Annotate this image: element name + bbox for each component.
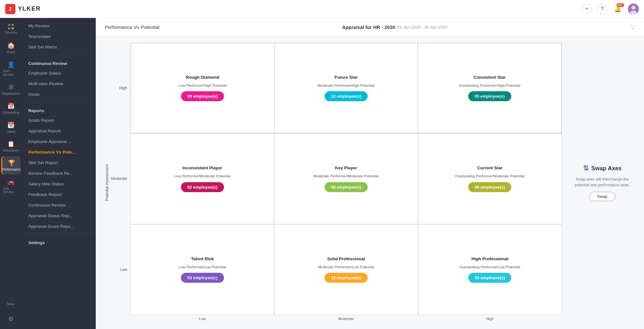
matrix-cell-talent-risk[interactable]: Talent Risk Low Performer/Low Potential … [130, 224, 274, 315]
nav-item-review-feedback[interactable]: Review Feedback Re... [22, 168, 95, 179]
nav-item-skill-set-report[interactable]: Skill Set Report [22, 157, 95, 168]
matrix-cell-future-star[interactable]: Future Star Moderate Performer/High Pote… [274, 43, 418, 133]
feedback-report-label: Feedback Report [28, 192, 62, 197]
salary-hike-status-label: Salary Hike Status [28, 182, 64, 186]
sidebar-item-home[interactable]: 🏠 Home [1, 38, 21, 57]
high-professional-badge[interactable]: 03 employee(s) [468, 273, 511, 283]
matrix-cell-key-player[interactable]: Key Player Moderate Performer/Moderate P… [274, 133, 418, 224]
swap-axes-icon: ⇅ [583, 164, 589, 173]
matrix-container: Potential Assessment High Rough Diamond … [102, 43, 562, 323]
sidebar-item-settings[interactable]: ⚙ [1, 312, 21, 326]
matrix-cell-current-star[interactable]: Current Star Outstanding Performer/Moder… [418, 133, 562, 224]
multi-rater-review-label: Multi-rater Review [28, 81, 63, 86]
cab-icon: 🚗 [7, 178, 14, 185]
content-date-range: 01-Jan-2020 - 30-Apr-2020 [397, 25, 448, 30]
nav-item-teammates[interactable]: Teammates [22, 31, 95, 42]
sidebar-item-organization[interactable]: ⊞ Organization [1, 80, 21, 99]
future-star-badge[interactable]: 12 employee(s) [325, 91, 368, 101]
key-player-subtitle: Moderate Performer/Moderate Potential [314, 173, 379, 179]
nav-top-section: My Review Teammates Skill Set Matrix [22, 21, 95, 52]
sidebar-item-self-service-label: Self-service [3, 69, 19, 76]
teammates-label: Teammates [28, 34, 51, 39]
content-area: Performance Vs Potential Appraisal for H… [96, 18, 644, 329]
future-star-subtitle: Moderate Performer/High Potential [318, 83, 375, 88]
nav-item-my-review[interactable]: My Review [22, 21, 95, 31]
matrix-rows: High Rough Diamond Low Performer/High Po… [112, 43, 562, 315]
current-star-title: Current Star [477, 165, 503, 170]
x-axis-labels: Low Moderate High [112, 315, 562, 323]
nav-item-employee-appraisal[interactable]: Employee Appraisal ... [22, 136, 95, 147]
high-professional-title: High Professional [471, 256, 508, 261]
notification-badge: 99+ [617, 3, 624, 7]
nav-item-goals[interactable]: Goals [22, 89, 95, 100]
nav-item-performance-vs-potential[interactable]: Performance Vs Pote... [22, 147, 95, 157]
person-icon: 👤 [7, 61, 14, 68]
organization-icon: ⊞ [9, 84, 13, 91]
rough-diamond-badge[interactable]: 09 employee(s) [181, 91, 224, 101]
current-star-subtitle: Outstanding Performer/Moderate Potential [455, 173, 524, 179]
more-icon: ··· [8, 296, 14, 301]
matrix-grid-high: Rough Diamond Low Performer/High Potenti… [130, 43, 562, 133]
sidebar-item-onboarding[interactable]: 📅 Onboarding [1, 99, 21, 118]
nav-item-feedback-report[interactable]: Feedback Report [22, 189, 95, 200]
sidebar-item-attendance[interactable]: 📋 Attendance [1, 137, 21, 156]
nav-item-appraisal-status-report[interactable]: Appraisal Status Rep... [22, 210, 95, 221]
nav-item-goals-report[interactable]: Goals Report [22, 115, 95, 126]
key-player-badge[interactable]: 08 employee(s) [325, 182, 368, 192]
employee-salary-label: Employee Salary [28, 71, 61, 76]
inconsistent-player-subtitle: Low Performer/Moderate Potential [174, 173, 230, 179]
skill-set-report-label: Skill Set Report [28, 160, 58, 165]
row-label-moderate: Moderate [112, 133, 130, 224]
content-header: Performance Vs Potential Appraisal for H… [96, 18, 644, 36]
performance-vs-potential-label: Performance Vs Pote... [28, 150, 76, 155]
matrix-cell-consistent-star[interactable]: Consistent Star Outstanding Performer/Hi… [418, 43, 561, 133]
rough-diamond-title: Rough Diamond [186, 75, 219, 80]
matrix-cell-inconsistent-player[interactable]: Inconsistent Player Low Performer/Modera… [130, 133, 274, 224]
consistent-star-subtitle: Outstanding Performer/High Potential [459, 83, 520, 88]
settings-section-label: Settings [28, 240, 45, 245]
content-left-title: Performance Vs Potential [105, 24, 159, 30]
sidebar-item-leave[interactable]: 📆 Leave [1, 118, 21, 137]
swap-panel: ⇅ Swap Axes Swap axes will interchange t… [567, 43, 638, 323]
sidebar-item-more[interactable]: ··· More [1, 293, 21, 309]
nav-separator-1 [22, 54, 95, 55]
solid-professional-title: Solid Professional [327, 256, 365, 261]
filter-icon[interactable]: ▽ [630, 23, 635, 31]
nav-item-skill-set-matrix[interactable]: Skill Set Matrix [22, 42, 95, 52]
inconsistent-player-badge[interactable]: 02 employee(s) [181, 182, 224, 192]
talent-risk-badge[interactable]: 03 employee(s) [181, 273, 224, 283]
solid-professional-badge[interactable]: 12 employee(s) [325, 273, 368, 283]
svg-point-1 [631, 6, 635, 10]
sidebar-item-services[interactable]: Services [1, 21, 21, 38]
consistent-star-badge[interactable]: 05 employee(s) [468, 91, 511, 101]
matrix-cell-rough-diamond[interactable]: Rough Diamond Low Performer/High Potenti… [131, 43, 274, 133]
swap-button[interactable]: Swap [589, 192, 616, 201]
sidebar-item-cab-service[interactable]: 🚗 Cab Service [1, 175, 21, 197]
nav-sidebar: My Review Teammates Skill Set Matrix Con… [22, 18, 96, 329]
current-star-badge[interactable]: 06 employee(s) [468, 182, 511, 192]
nav-item-salary-hike-status[interactable]: Salary Hike Status [22, 179, 95, 189]
solid-professional-subtitle: Moderate Performer/Low Potential [318, 264, 374, 270]
sidebar-item-self-service[interactable]: 👤 Self-service [1, 58, 21, 80]
goals-report-label: Goals Report [28, 118, 54, 123]
nav-item-continuous-review-report[interactable]: Continuous Review ... [22, 200, 95, 210]
help-icon[interactable]: ? [597, 4, 607, 14]
avatar[interactable] [628, 4, 639, 14]
nav-item-appraisal-report[interactable]: Appraisal Report [22, 126, 95, 136]
add-icon[interactable]: + [582, 4, 592, 14]
nav-item-employee-salary[interactable]: Employee Salary [22, 68, 95, 78]
x-label-high: High [418, 315, 562, 323]
sidebar-item-onboarding-label: Onboarding [3, 111, 19, 114]
sidebar-item-performance[interactable]: 🏆 Performance [1, 156, 21, 174]
matrix-cell-solid-professional[interactable]: Solid Professional Moderate Performer/Lo… [274, 224, 418, 315]
my-review-label: My Review [28, 23, 49, 28]
sidebar-item-leave-label: Leave [6, 130, 15, 133]
nav-item-multi-rater-review[interactable]: Multi-rater Review [22, 78, 95, 89]
notification-icon[interactable]: 🔔 99+ [613, 4, 623, 14]
nav-item-appraisal-score-report[interactable]: Appraisal Score Repo... [22, 221, 95, 232]
matrix-cell-high-professional[interactable]: High Professional Outstanding Performer/… [418, 224, 562, 315]
topbar-right: + ? 🔔 99+ [582, 4, 639, 14]
matrix-row-high: High Rough Diamond Low Performer/High Po… [112, 43, 562, 133]
row-label-low: Low [112, 224, 130, 315]
rough-diamond-subtitle: Low Performer/High Potential [178, 83, 227, 88]
